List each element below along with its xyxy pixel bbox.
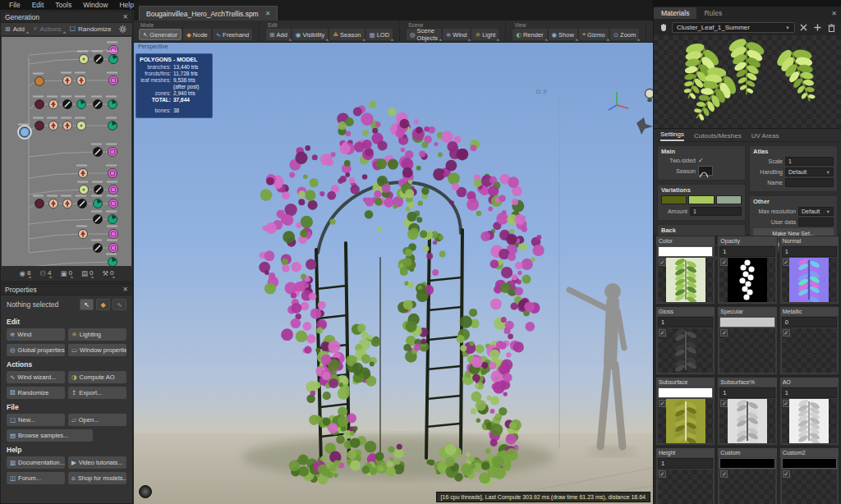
map-value[interactable]: 1 (719, 246, 774, 257)
variation-swatch-3[interactable] (716, 195, 742, 204)
export-button[interactable]: ↥Export... (68, 387, 126, 399)
map-thumbnail[interactable]: ✓ (782, 328, 837, 373)
freehand-mode-toggle[interactable]: ∿ (113, 299, 126, 310)
amount-field[interactable]: 1 (690, 207, 742, 216)
freehand-mode-button[interactable]: ∿Freehand (213, 29, 252, 40)
generator-mode-button[interactable]: ↖Generator (139, 29, 182, 40)
map-value[interactable]: 1 (658, 317, 713, 328)
cameras-count[interactable]: ▣0 (60, 269, 71, 277)
document-tab[interactable]: Bougainvillea_Hero_ArchTrellis.spm ✕ (139, 6, 278, 21)
material-preview[interactable] (654, 35, 841, 129)
map-thumbnail[interactable]: ✓ (658, 258, 713, 302)
graph-node[interactable] (108, 169, 117, 178)
menu-file[interactable]: File (3, 1, 26, 9)
map-value[interactable] (719, 458, 774, 469)
settings-gear-icon[interactable] (119, 25, 130, 33)
checkbox-icon[interactable]: ✓ (783, 329, 790, 337)
tab-cutouts-meshes[interactable]: Cutouts/Meshes (694, 132, 742, 141)
checkbox-icon[interactable]: ✓ (720, 400, 728, 407)
map-tile-specular[interactable]: Specular✓ (717, 306, 777, 375)
lighting-button[interactable]: ☼Lighting (68, 328, 126, 341)
add-material-icon[interactable] (812, 22, 823, 33)
video-tutorials-button[interactable]: ▶Video tutorials... (68, 456, 126, 469)
map-thumbnail[interactable]: ✓ (782, 399, 837, 443)
documentation-button[interactable]: ▥Documentation... (7, 456, 65, 469)
graph-node[interactable] (109, 230, 118, 239)
gizmo-button[interactable]: ⌖Gizmo (579, 29, 609, 40)
visible-generators-count[interactable]: ◉8 (20, 269, 31, 277)
forum-button[interactable]: ◫Forum... (7, 472, 65, 484)
randomize-toggle[interactable]: ☐Randomize (70, 25, 115, 33)
generator-mode-toggle[interactable]: ↖ (80, 299, 94, 310)
checkbox-icon[interactable]: ✓ (659, 329, 666, 337)
close-icon[interactable]: ✕ (122, 13, 128, 21)
zoom-button[interactable]: ⊙Zoom (610, 29, 639, 40)
map-tile-subsurface[interactable]: Subsurface✓ (655, 377, 715, 446)
map-thumbnail[interactable]: ✓ (658, 470, 713, 504)
map-tile-ao[interactable]: AO1✓ (779, 377, 839, 446)
graph-node[interactable] (35, 100, 44, 109)
variation-swatch-1[interactable] (661, 195, 687, 204)
map-value[interactable]: 0 (782, 317, 837, 328)
map-thumbnail[interactable]: ✓ (719, 399, 774, 443)
graph-node[interactable] (109, 186, 118, 195)
lod-button[interactable]: ▦LOD (366, 29, 393, 40)
forces-count[interactable]: ⚒0 (102, 269, 113, 277)
map-tile-color[interactable]: Color✓ (655, 236, 715, 305)
map-value[interactable] (658, 246, 713, 257)
browse-samples-button[interactable]: ▤Browse samples... (7, 429, 93, 442)
render-button[interactable]: ◐Render (512, 29, 546, 40)
checkbox-icon[interactable]: ✓ (659, 470, 666, 478)
open-button[interactable]: ▱Open... (68, 414, 126, 426)
checkbox-icon[interactable]: ✓ (720, 329, 728, 337)
name-field[interactable] (785, 178, 834, 187)
map-value[interactable]: 1 (719, 387, 774, 398)
map-thumbnail[interactable]: ✓ (658, 328, 713, 373)
map-thumbnail[interactable]: ✓ (782, 470, 837, 504)
checkbox-icon[interactable]: ✓ (659, 259, 666, 266)
map-value[interactable]: 1 (658, 458, 713, 469)
tab-rules[interactable]: Rules (696, 7, 729, 19)
global-properties-button[interactable]: ◎Global properties (7, 344, 65, 356)
map-tile-subsurface-pct[interactable]: Subsurface%1✓ (717, 377, 777, 446)
tab-materials[interactable]: Materials (654, 7, 696, 19)
menu-edit[interactable]: Edit (26, 1, 50, 9)
map-thumbnail[interactable]: ✓ (719, 470, 774, 504)
menu-tools[interactable]: Tools (49, 1, 77, 9)
add-generator-button[interactable]: ⊞Add (5, 25, 28, 33)
checkbox-icon[interactable]: ✓ (783, 400, 790, 407)
new-button[interactable]: ▢New... (7, 414, 65, 426)
graph-node[interactable] (35, 199, 44, 208)
node-graph[interactable] (2, 37, 131, 268)
shop-models-button[interactable]: ⌂Shop for models... (68, 472, 126, 484)
checkbox-icon[interactable]: ✓ (783, 259, 790, 266)
tab-settings[interactable]: Settings (660, 131, 684, 141)
delete-material-icon[interactable] (826, 22, 837, 33)
map-tile-custom[interactable]: Custom✓ (717, 447, 777, 504)
map-tile-gloss[interactable]: Gloss1✓ (655, 306, 715, 375)
randomize-material-icon[interactable] (798, 22, 809, 33)
graph-node[interactable] (21, 128, 30, 137)
material-select[interactable]: Cluster_Leaf_1_Summer▼ (672, 22, 795, 33)
map-tile-custom2[interactable]: Custom2✓ (779, 447, 839, 504)
scale-field[interactable]: 1 (785, 157, 834, 166)
wind-wizard-button[interactable]: ∿Wind wizard... (7, 371, 65, 383)
scene-wind-button[interactable]: ≋Wind (443, 29, 470, 40)
close-icon[interactable]: ✕ (831, 10, 837, 17)
viewport-3d-render[interactable]: Perspective POLYGONS - MODEL branches:13… (134, 43, 653, 504)
show-button[interactable]: ◉Show (549, 29, 577, 40)
graph-node[interactable] (108, 148, 117, 157)
menu-window[interactable]: Window (77, 1, 113, 9)
handling-select[interactable]: Default▼ (785, 167, 834, 176)
user-data-field[interactable] (798, 218, 834, 227)
light-button[interactable]: ☼Light (471, 29, 499, 40)
map-thumbnail[interactable]: ✓ (719, 258, 774, 302)
map-thumbnail[interactable]: ✓ (782, 258, 837, 302)
tab-uv-areas[interactable]: UV Areas (751, 132, 779, 141)
close-icon[interactable]: ✕ (265, 10, 271, 17)
visibility-button[interactable]: ◉Visibility (292, 29, 329, 40)
add-button[interactable]: ⊞Add (266, 29, 291, 40)
close-icon[interactable]: ✕ (122, 286, 128, 293)
actions-button[interactable]: ⚡Actions (33, 25, 65, 33)
graph-node[interactable] (109, 199, 118, 208)
